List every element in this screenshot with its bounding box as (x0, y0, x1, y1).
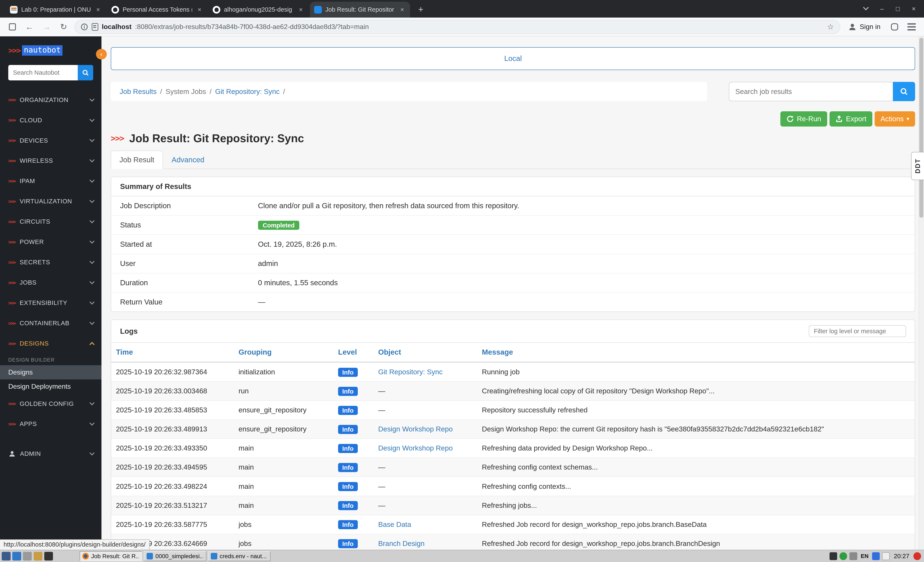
nautobot-chevrons-icon: >>> (8, 138, 15, 143)
sidebar-search-input[interactable] (8, 65, 78, 80)
log-object[interactable]: Branch Design (378, 540, 424, 547)
browser-tab-2[interactable]: Personal Access Tokens ( × (107, 2, 207, 18)
tray-keyboard-icon[interactable] (830, 552, 837, 560)
local-link[interactable]: Local (504, 54, 522, 63)
sidebar-item[interactable]: >>> EXTENSIBILITY (0, 293, 102, 313)
browser-tab-1[interactable]: Lab 0: Preparation | ONUG 2 × (6, 2, 106, 18)
actions-button[interactable]: Actions ▾ (874, 111, 915, 127)
breadcrumb-row: Job Results / System Jobs / Git Reposito… (111, 82, 915, 102)
taskbar-window-browser[interactable]: Job Result: Git R... (80, 551, 142, 561)
launcher-terminal-icon[interactable] (44, 552, 53, 561)
column-header-time[interactable]: Time (111, 343, 234, 362)
sidebar-item[interactable]: >>> SECRETS (0, 252, 102, 272)
breadcrumb-link-git-repository-sync[interactable]: Git Repository: Sync (215, 88, 279, 96)
sidebar-item[interactable]: >>> JOBS (0, 272, 102, 293)
page-scrollbar[interactable] (919, 36, 924, 550)
menu-button[interactable] (905, 20, 918, 33)
tray-flag-icon[interactable] (872, 552, 880, 560)
log-object[interactable]: Design Workshop Repo (378, 444, 453, 452)
close-tab-icon[interactable]: × (399, 6, 406, 13)
bookmark-star-icon[interactable]: ☆ (827, 22, 834, 31)
sidebar-item[interactable]: >>> CIRCUITS (0, 212, 102, 232)
ddt-handle[interactable]: DDT (911, 152, 924, 180)
column-header-level[interactable]: Level (333, 343, 374, 362)
level-badge: Info (338, 425, 358, 434)
level-badge: Info (338, 368, 358, 377)
browser-tab-3[interactable]: alhogan/onug2025-desig × (208, 2, 309, 18)
job-results-search-button[interactable] (893, 82, 915, 102)
log-object[interactable]: — (378, 483, 385, 490)
sidebar-item[interactable]: >>> ORGANIZATION (0, 90, 102, 110)
log-object[interactable]: Git Repository: Sync (378, 368, 442, 376)
reload-button[interactable]: ↻ (57, 20, 70, 33)
breadcrumb-link-job-results[interactable]: Job Results (120, 88, 156, 96)
log-object[interactable]: Base Data (378, 520, 411, 528)
launcher-display-icon[interactable] (23, 552, 32, 561)
column-header-grouping[interactable]: Grouping (234, 343, 333, 362)
extensions-icon[interactable] (888, 20, 901, 33)
close-window-button[interactable]: × (906, 0, 922, 18)
sidebar-item[interactable]: >>> GOLDEN CONFIG (0, 393, 102, 414)
maximize-button[interactable]: □ (890, 0, 906, 18)
tray-clipboard-icon[interactable] (882, 552, 890, 560)
column-header-message[interactable]: Message (477, 343, 915, 362)
rerun-button[interactable]: Re-Run (780, 111, 827, 127)
job-results-search-input[interactable] (729, 82, 892, 102)
chevron-down-icon (89, 97, 94, 102)
tray-audio-icon[interactable] (849, 552, 857, 560)
log-object[interactable]: Design Workshop Repo (378, 425, 453, 433)
nautobot-logo[interactable]: >>> nautobot (0, 36, 102, 55)
table-row: 2025-10-19 20:26:33.493350 main Info Des… (111, 439, 915, 458)
side-panel-icon[interactable] (6, 20, 19, 33)
forward-button[interactable]: → (40, 20, 53, 33)
taskbar-window-editor-2[interactable]: creds.env - naut... (208, 551, 270, 561)
language-indicator[interactable]: EN (860, 553, 870, 559)
back-button[interactable]: ← (23, 20, 36, 33)
sidebar-item[interactable]: >>> VIRTUALIZATION (0, 191, 102, 212)
tab-advanced[interactable]: Advanced (163, 151, 213, 169)
log-object[interactable]: — (378, 406, 385, 414)
close-tab-icon[interactable]: × (297, 6, 304, 13)
level-badge: Info (338, 406, 358, 415)
address-bar[interactable]: localhost :8080/extras/job-results/b734a… (74, 20, 840, 34)
sidebar-search-button[interactable] (78, 65, 93, 80)
log-grouping: main (234, 458, 333, 477)
export-button[interactable]: Export (830, 111, 872, 127)
sidebar-item[interactable]: >>> POWER (0, 232, 102, 252)
log-object[interactable]: — (378, 463, 385, 471)
close-tab-icon[interactable]: × (196, 6, 203, 13)
close-tab-icon[interactable]: × (94, 6, 102, 13)
sidebar-item[interactable]: >>> CLOUD (0, 110, 102, 130)
sign-in-button[interactable]: Sign in (844, 21, 884, 33)
taskbar-window-editor-1[interactable]: 0000_simpledesi... (144, 551, 206, 561)
browser-app-icon (82, 553, 89, 559)
sidebar-item[interactable]: >>> CONTAINERLAB (0, 313, 102, 333)
sidebar-item[interactable]: >>> WIRELESS (0, 151, 102, 171)
sidebar-item[interactable]: >>> DEVICES (0, 130, 102, 151)
log-time: 2025-10-19 20:26:33.003468 (111, 381, 234, 401)
tab-job-result[interactable]: Job Result (111, 151, 163, 169)
launcher-menu-icon[interactable] (2, 552, 10, 561)
sidebar-item[interactable]: >>> APPS (0, 414, 102, 434)
tray-network-icon[interactable] (840, 552, 847, 560)
sidebar-collapse-button[interactable]: ‹ (96, 49, 106, 60)
log-object[interactable]: — (378, 387, 385, 395)
column-header-object[interactable]: Object (374, 343, 477, 362)
sidebar-item[interactable]: >>> IPAM (0, 171, 102, 191)
new-tab-button[interactable]: + (414, 2, 428, 16)
sidebar-item-designs[interactable]: >>> DESIGNS (0, 333, 102, 354)
launcher-files-icon[interactable] (34, 552, 43, 561)
tray-update-icon[interactable] (914, 552, 921, 560)
sidebar-subitem-designs[interactable]: Designs (0, 365, 102, 380)
logs-filter-input[interactable] (809, 325, 906, 337)
sidebar-item-admin[interactable]: ADMIN (0, 444, 102, 464)
breadcrumb-item-system-jobs[interactable]: System Jobs (166, 88, 206, 96)
minimize-button[interactable]: – (874, 0, 890, 18)
sidebar-subitem-design-deployments[interactable]: Design Deployments (0, 380, 102, 393)
launcher-browser-icon[interactable] (12, 552, 21, 561)
browser-tab-active[interactable]: Job Result: Git Repositor × (310, 2, 410, 18)
tab-search-chevron-icon[interactable] (858, 0, 874, 18)
scrollbar-thumb[interactable] (920, 38, 923, 218)
site-info-icon[interactable] (81, 23, 88, 31)
log-object[interactable]: — (378, 501, 385, 509)
